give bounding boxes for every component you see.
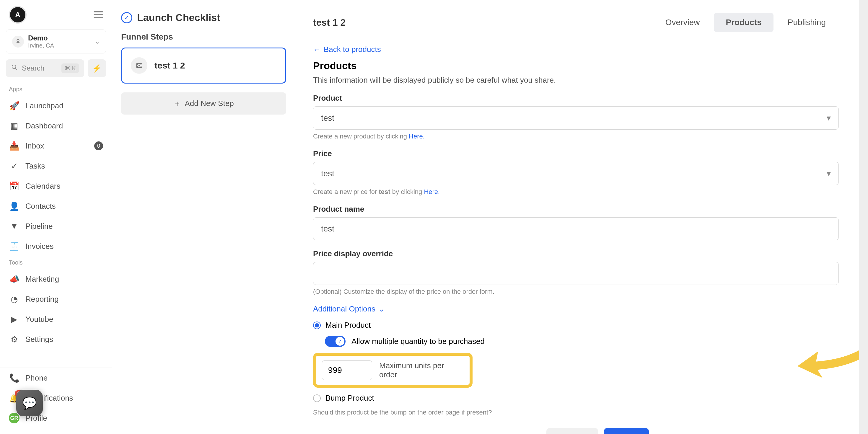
back-label: Back to products	[324, 45, 381, 54]
nav-dashboard[interactable]: ▦ Dashboard	[0, 116, 112, 136]
chart-icon: ◔	[9, 294, 20, 304]
chat-icon: 💬	[22, 396, 37, 410]
pipeline-icon: ▼	[9, 221, 20, 231]
products-heading: Products	[313, 60, 839, 71]
products-desc: This information will be displayed publi…	[313, 75, 839, 85]
caret-down-icon: ▾	[827, 168, 831, 178]
main-product-radio[interactable]: Main Product	[313, 321, 839, 330]
bump-product-label: Bump Product	[326, 394, 374, 403]
nav-label: Dashboard	[25, 121, 63, 130]
nav-label: Settings	[25, 335, 53, 344]
override-input[interactable]	[313, 262, 839, 285]
section-apps: Apps	[0, 83, 112, 96]
product-hint-link[interactable]: Here.	[409, 132, 425, 140]
rocket-icon: 🚀	[9, 100, 20, 111]
nav-label: Tasks	[25, 161, 45, 170]
nav-label: Contacts	[25, 202, 56, 211]
nav-label: Invoices	[25, 242, 54, 251]
radio-on-icon	[313, 321, 321, 329]
quick-action-button[interactable]: ⚡	[88, 59, 106, 77]
svg-point-0	[17, 39, 19, 41]
search-input[interactable]: Search ⌘ K	[6, 59, 84, 77]
chat-widget[interactable]: 💬	[16, 390, 43, 416]
price-value: test	[321, 169, 334, 178]
nav-youtube[interactable]: ▶ Youtube	[0, 309, 112, 329]
search-shortcut: ⌘ K	[61, 63, 79, 73]
nav-label: Launchpad	[25, 101, 63, 111]
calendar-icon: 📅	[9, 181, 20, 191]
cancel-button[interactable]: Cancel	[547, 428, 598, 434]
workspace-avatar[interactable]: A	[9, 6, 27, 24]
allow-multi-toggle[interactable]	[325, 336, 345, 347]
sidebar: A Demo Irvine, CA ⌄ Search ⌘ K	[0, 0, 112, 434]
contacts-icon: 👤	[9, 201, 20, 211]
price-select[interactable]: test ▾	[313, 162, 839, 185]
svg-point-1	[12, 65, 16, 69]
funnel-step-card[interactable]: ✉ test 1 2	[121, 48, 286, 84]
product-select[interactable]: test ▾	[313, 106, 839, 130]
mail-icon: ✉	[131, 57, 147, 74]
nav-contacts[interactable]: 👤 Contacts	[0, 196, 112, 216]
step-title: test 1 2	[154, 61, 185, 70]
svg-line-2	[16, 68, 17, 70]
add-step-button[interactable]: ＋ Add New Step	[121, 92, 286, 115]
bump-product-radio[interactable]: Bump Product	[313, 394, 839, 403]
nav-label: Phone	[25, 373, 48, 383]
right-gutter	[859, 0, 868, 434]
nav-label: Pipeline	[25, 222, 53, 231]
tabs: Overview Products Publishing	[652, 12, 839, 33]
additional-options-toggle[interactable]: Additional Options ⌄	[313, 304, 839, 314]
search-placeholder: Search	[22, 64, 44, 72]
nav-reporting[interactable]: ◔ Reporting	[0, 289, 112, 309]
user-icon	[12, 36, 24, 48]
launch-title: Launch Checklist	[137, 12, 220, 23]
gear-icon: ⚙	[9, 334, 20, 345]
nav-pipeline[interactable]: ▼ Pipeline	[0, 216, 112, 236]
main-content: test 1 2 Overview Products Publishing ← …	[295, 0, 859, 434]
product-label: Product	[313, 94, 839, 103]
override-label: Price display override	[313, 249, 839, 258]
invoice-icon: 🧾	[9, 241, 20, 252]
nav-calendars[interactable]: 📅 Calendars	[0, 176, 112, 196]
price-hint: Create a new price for test by clicking …	[313, 188, 839, 196]
price-hint-link[interactable]: Here.	[424, 188, 440, 195]
menu-toggle-icon[interactable]	[94, 11, 103, 18]
account-location: Irvine, CA	[28, 42, 90, 49]
inbox-badge: 0	[94, 142, 103, 150]
product-value: test	[321, 113, 334, 123]
nav-phone[interactable]: 📞 Phone	[0, 368, 112, 388]
funnel-steps-heading: Funnel Steps	[121, 32, 286, 42]
account-switcher[interactable]: Demo Irvine, CA ⌄	[6, 30, 106, 54]
max-units-input[interactable]	[322, 361, 372, 380]
back-link[interactable]: ← Back to products	[313, 45, 839, 54]
profile-avatar: GR	[9, 413, 20, 423]
account-name: Demo	[28, 34, 90, 42]
nav-label: Youtube	[25, 315, 53, 324]
nav-invoices[interactable]: 🧾 Invoices	[0, 236, 112, 256]
nav-launchpad[interactable]: 🚀 Launchpad	[0, 96, 112, 116]
bolt-icon: ⚡	[92, 64, 102, 73]
nav-inbox[interactable]: 📥 Inbox 0	[0, 136, 112, 156]
megaphone-icon: 📣	[9, 274, 20, 284]
search-icon	[11, 64, 18, 72]
tab-products[interactable]: Products	[714, 13, 773, 32]
nav-tasks[interactable]: ✓ Tasks	[0, 156, 112, 176]
main-product-label: Main Product	[326, 321, 371, 330]
nav-marketing[interactable]: 📣 Marketing	[0, 269, 112, 289]
tab-overview[interactable]: Overview	[654, 13, 712, 32]
nav-settings[interactable]: ⚙ Settings	[0, 329, 112, 349]
add-step-label: Add New Step	[185, 99, 234, 108]
check-circle-icon: ✓	[121, 12, 132, 23]
youtube-icon: ▶	[9, 314, 20, 324]
tasks-icon: ✓	[9, 161, 20, 171]
tab-publishing[interactable]: Publishing	[776, 13, 838, 32]
nav-label: Reporting	[25, 294, 59, 304]
override-hint: (Optional) Customize the display of the …	[313, 288, 839, 296]
caret-down-icon: ▾	[827, 113, 831, 123]
product-name-input[interactable]	[313, 217, 839, 240]
save-button[interactable]: Save	[604, 428, 649, 434]
bump-hint: Should this product be the bump on the o…	[313, 409, 839, 416]
max-units-highlight: Maximum units per order	[313, 353, 472, 388]
nav-label: Marketing	[25, 275, 59, 284]
chevron-down-icon: ⌄	[378, 304, 385, 314]
